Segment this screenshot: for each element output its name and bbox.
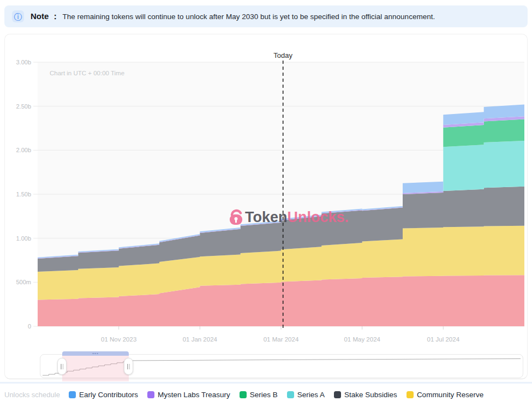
bottom-divider [0,382,532,384]
brush-drag-bar[interactable]: ••• [62,351,129,356]
grip-icon [61,364,63,369]
today-label: Today [273,51,292,59]
legend-swatch [69,391,76,398]
utc-subtitle: Chart in UTC + 00:00 Time [50,70,124,76]
y-axis-label: 500m [16,279,31,285]
legend-item-mysten-labs-treasury[interactable]: Mysten Labs Treasury [147,391,230,399]
x-axis-label: 01 Mar 2024 [264,336,299,343]
y-axis-label: 1.50b [16,191,31,197]
x-axis: 01 Nov 202301 Jan 202401 Mar 202401 May … [101,326,460,343]
brush-handle-right[interactable] [124,358,133,375]
legend-item-series-b[interactable]: Series B [240,391,278,399]
legend-swatch [240,391,247,398]
legend-swatch [287,391,294,398]
unlock-schedule-chart[interactable]: 3.00b2.50b2.00b1.50b1.00b500m0Chart in U… [5,34,528,351]
y-axis-label: 1.00b [16,235,31,242]
y-axis-label: 2.00b [16,147,31,153]
note-label: Note ： [31,11,59,22]
brush-selection[interactable]: ••• [62,351,129,381]
y-axis-label: 0 [28,323,31,330]
chart-legend: Unlocks schedule Early Contributors Myst… [4,388,528,400]
tokenunlocks-watermark: TokenUnlocks. [230,209,349,225]
legend-item-series-a[interactable]: Series A [287,391,325,399]
x-axis-label: 01 May 2024 [344,336,380,343]
note-banner: ⓘ Note ： The remaining tokens will conti… [4,5,528,27]
legend-swatch [147,391,154,398]
y-axis-label: 3.00b [16,59,31,65]
legend-item-community-reserve[interactable]: Community Reserve [407,391,483,399]
x-axis-label: 01 Jan 2024 [183,336,218,343]
info-icon: ⓘ [12,10,24,22]
unlock-chart-card: 3.00b2.50b2.00b1.50b1.00b500m0Chart in U… [4,34,528,379]
tokenunlocks-page: ⓘ Note ： The remaining tokens will conti… [0,0,532,401]
watermark-text: TokenUnlocks. [245,209,349,225]
legend-item-stake-subsidies[interactable]: Stake Subsidies [334,391,397,399]
brush-handle-left[interactable] [57,358,67,375]
note-text: The remaining tokens will continue to un… [63,13,435,21]
x-axis-label: 01 Nov 2023 [101,336,136,343]
brush-selected-range[interactable] [62,356,129,381]
legend-title: Unlocks schedule [4,391,60,399]
x-axis-label: 01 Jul 2024 [427,336,460,343]
grip-icon [127,364,130,369]
y-axis-label: 2.50b [16,103,31,110]
legend-item-early-contributors[interactable]: Early Contributors [69,391,138,399]
legend-swatch [407,391,414,398]
legend-swatch [334,391,341,398]
